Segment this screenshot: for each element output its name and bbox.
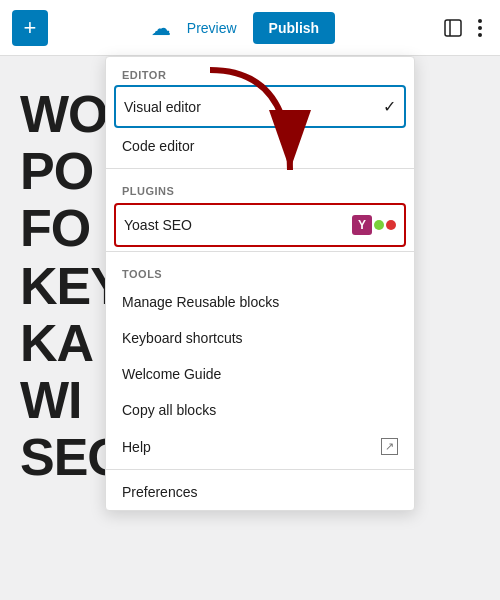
manage-reusable-label: Manage Reusable blocks: [122, 294, 279, 310]
ellipsis-vertical-icon: [478, 19, 482, 37]
divider-3: [106, 469, 414, 470]
svg-rect-0: [445, 20, 461, 36]
copy-all-blocks-option[interactable]: Copy all blocks: [106, 392, 414, 428]
layout-toggle-button[interactable]: [438, 13, 468, 43]
checkmark-icon: ✓: [383, 97, 396, 116]
manage-reusable-option[interactable]: Manage Reusable blocks: [106, 284, 414, 320]
visual-editor-label: Visual editor: [124, 99, 201, 115]
external-link-icon: ↗: [381, 438, 398, 455]
keyboard-shortcuts-label: Keyboard shortcuts: [122, 330, 243, 346]
help-label: Help: [122, 439, 151, 455]
publish-button[interactable]: Publish: [253, 12, 336, 44]
yoast-y-icon: Y: [352, 215, 372, 235]
svg-point-2: [478, 19, 482, 23]
toolbar-left: +: [12, 10, 48, 46]
svg-point-4: [478, 33, 482, 37]
more-options-button[interactable]: [472, 13, 488, 43]
editor-section-label: EDITOR: [106, 57, 414, 85]
visual-editor-option[interactable]: Visual editor ✓: [114, 85, 406, 128]
main-toolbar: + ☁ Preview Publish: [0, 0, 500, 56]
add-block-button[interactable]: +: [12, 10, 48, 46]
preview-button[interactable]: Preview: [187, 20, 237, 36]
yoast-icons-group: Y: [352, 215, 396, 235]
layout-icon: [444, 19, 462, 37]
yoast-green-dot: [374, 220, 384, 230]
options-dropdown: EDITOR Visual editor ✓ Code editor PLUGI…: [105, 56, 415, 511]
yoast-red-dot: [386, 220, 396, 230]
keyboard-shortcuts-option[interactable]: Keyboard shortcuts: [106, 320, 414, 356]
copy-all-blocks-label: Copy all blocks: [122, 402, 216, 418]
welcome-guide-label: Welcome Guide: [122, 366, 221, 382]
divider-1: [106, 168, 414, 169]
yoast-seo-option[interactable]: Yoast SEO Y: [114, 203, 406, 247]
toolbar-center: ☁ Preview Publish: [48, 12, 438, 44]
preferences-label: Preferences: [122, 484, 197, 500]
code-editor-label: Code editor: [122, 138, 194, 154]
yoast-seo-label: Yoast SEO: [124, 217, 192, 233]
preferences-option[interactable]: Preferences: [106, 474, 414, 510]
toolbar-right: [438, 13, 488, 43]
svg-point-3: [478, 26, 482, 30]
plugins-section-label: PLUGINS: [106, 173, 414, 201]
welcome-guide-option[interactable]: Welcome Guide: [106, 356, 414, 392]
divider-2: [106, 251, 414, 252]
code-editor-option[interactable]: Code editor: [106, 128, 414, 164]
help-option[interactable]: Help ↗: [106, 428, 414, 465]
cloud-save-icon: ☁: [151, 16, 171, 40]
tools-section-label: TOOLS: [106, 256, 414, 284]
